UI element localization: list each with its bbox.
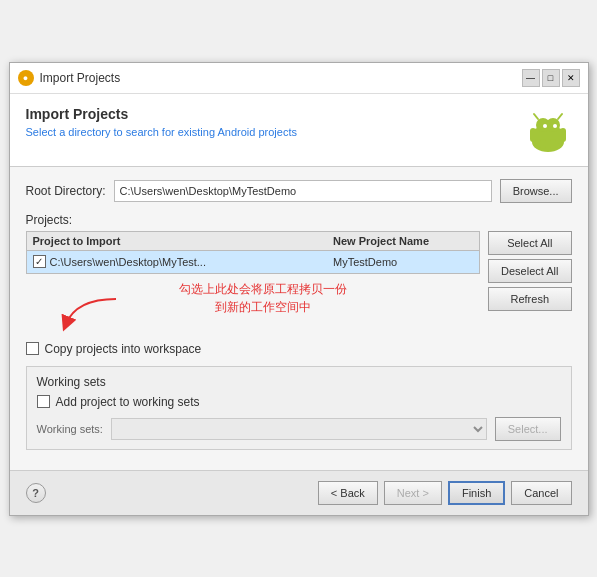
svg-rect-1: [534, 128, 562, 144]
ws-select-button[interactable]: Select...: [495, 417, 561, 441]
dialog-footer: ? < Back Next > Finish Cancel: [10, 470, 588, 515]
row-checkbox[interactable]: [33, 255, 46, 268]
table-row[interactable]: C:\Users\wen\Desktop\MyTest... MyTestDem…: [27, 251, 480, 273]
annotation-line1: 勾选上此处会将原工程拷贝一份: [179, 282, 347, 296]
copy-projects-row: Copy projects into workspace: [26, 342, 572, 356]
add-ws-label: Add project to working sets: [56, 395, 200, 409]
working-sets-section: Working sets Add project to working sets…: [26, 366, 572, 450]
project-cell: C:\Users\wen\Desktop\MyTest...: [33, 255, 334, 268]
ws-select-row: Working sets: Select...: [37, 417, 561, 441]
footer-left: ?: [26, 483, 46, 503]
side-buttons: Select All Deselect All Refresh: [488, 231, 571, 311]
annotation-line2: 到新的工作空间中: [215, 300, 311, 314]
projects-section: Projects: Project to Import New Project …: [26, 213, 572, 324]
browse-button[interactable]: Browse...: [500, 179, 572, 203]
project-path: C:\Users\wen\Desktop\MyTest...: [50, 256, 207, 268]
projects-table: Project to Import New Project Name C:\Us…: [26, 231, 481, 274]
root-dir-label: Root Directory:: [26, 184, 106, 198]
main-window: ● Import Projects — □ ✕ Import Projects …: [9, 62, 589, 516]
svg-line-7: [558, 114, 562, 119]
project-name-cell: MyTestDemo: [333, 256, 473, 268]
android-icon: [524, 106, 572, 154]
annotation-arrow: [56, 294, 136, 334]
dialog-body: Root Directory: Browse... Projects: Proj…: [10, 167, 588, 470]
dialog-header: Import Projects Select a directory to se…: [10, 94, 588, 167]
working-sets-title: Working sets: [37, 375, 561, 389]
refresh-button[interactable]: Refresh: [488, 287, 571, 311]
svg-rect-8: [530, 128, 536, 142]
projects-row-wrapper: Project to Import New Project Name C:\Us…: [26, 231, 572, 324]
window-title: Import Projects: [40, 71, 121, 85]
svg-point-5: [553, 124, 557, 128]
select-all-button[interactable]: Select All: [488, 231, 571, 255]
dialog-subtitle: Select a directory to search for existin…: [26, 126, 297, 138]
projects-label: Projects:: [26, 213, 572, 227]
finish-button[interactable]: Finish: [448, 481, 505, 505]
root-dir-input[interactable]: [114, 180, 492, 202]
col-name-header: New Project Name: [333, 235, 473, 247]
table-header: Project to Import New Project Name: [27, 232, 480, 251]
ws-dropdown[interactable]: [111, 418, 487, 440]
copy-projects-checkbox[interactable]: [26, 342, 39, 355]
minimize-button[interactable]: —: [522, 69, 540, 87]
close-button[interactable]: ✕: [562, 69, 580, 87]
svg-point-3: [546, 118, 560, 132]
col-project-header: Project to Import: [33, 235, 334, 247]
dialog-header-text: Import Projects Select a directory to se…: [26, 106, 297, 138]
next-button[interactable]: Next >: [384, 481, 442, 505]
svg-rect-10: [540, 139, 546, 149]
cancel-button[interactable]: Cancel: [511, 481, 571, 505]
projects-table-area: Project to Import New Project Name C:\Us…: [26, 231, 481, 324]
help-button[interactable]: ?: [26, 483, 46, 503]
svg-line-6: [534, 114, 538, 119]
footer-right: < Back Next > Finish Cancel: [318, 481, 572, 505]
window-icon: ●: [18, 70, 34, 86]
title-bar: ● Import Projects — □ ✕: [10, 63, 588, 94]
title-controls: — □ ✕: [522, 69, 580, 87]
svg-point-4: [543, 124, 547, 128]
add-ws-row: Add project to working sets: [37, 395, 561, 409]
svg-rect-9: [560, 128, 566, 142]
deselect-all-button[interactable]: Deselect All: [488, 259, 571, 283]
add-ws-checkbox[interactable]: [37, 395, 50, 408]
ws-label: Working sets:: [37, 423, 103, 435]
annotation-area: 勾选上此处会将原工程拷贝一份 到新的工作空间中: [26, 280, 481, 316]
svg-rect-11: [550, 139, 556, 149]
copy-projects-label: Copy projects into workspace: [45, 342, 202, 356]
title-bar-left: ● Import Projects: [18, 70, 121, 86]
dialog-title: Import Projects: [26, 106, 297, 122]
maximize-button[interactable]: □: [542, 69, 560, 87]
back-button[interactable]: < Back: [318, 481, 378, 505]
root-dir-row: Root Directory: Browse...: [26, 179, 572, 203]
